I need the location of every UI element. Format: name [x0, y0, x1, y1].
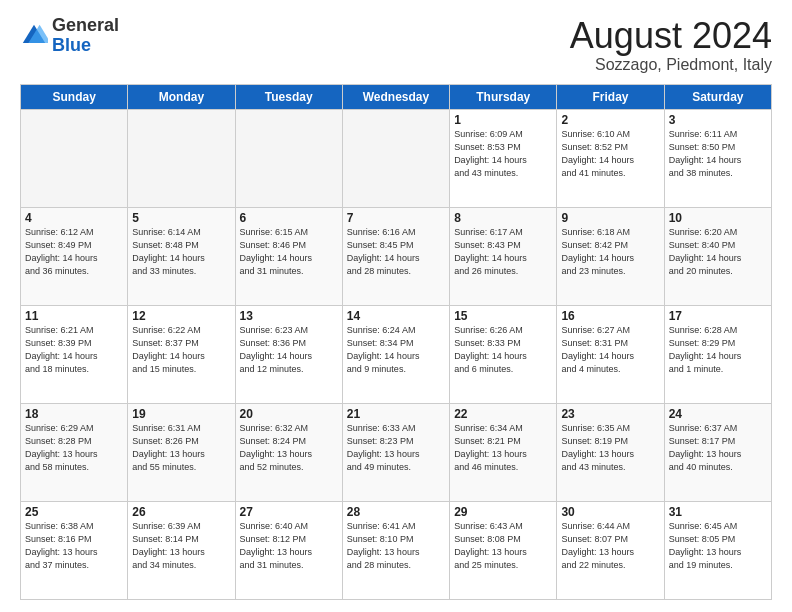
calendar-cell: 3Sunrise: 6:11 AM Sunset: 8:50 PM Daylig…: [664, 109, 771, 207]
calendar-cell: 4Sunrise: 6:12 AM Sunset: 8:49 PM Daylig…: [21, 207, 128, 305]
calendar-week-row: 18Sunrise: 6:29 AM Sunset: 8:28 PM Dayli…: [21, 403, 772, 501]
calendar-cell: 1Sunrise: 6:09 AM Sunset: 8:53 PM Daylig…: [450, 109, 557, 207]
calendar-cell: 19Sunrise: 6:31 AM Sunset: 8:26 PM Dayli…: [128, 403, 235, 501]
calendar-cell: 13Sunrise: 6:23 AM Sunset: 8:36 PM Dayli…: [235, 305, 342, 403]
day-info: Sunrise: 6:20 AM Sunset: 8:40 PM Dayligh…: [669, 226, 767, 278]
day-number: 20: [240, 407, 338, 421]
calendar-header-row: SundayMondayTuesdayWednesdayThursdayFrid…: [21, 84, 772, 109]
day-number: 6: [240, 211, 338, 225]
calendar-cell: 22Sunrise: 6:34 AM Sunset: 8:21 PM Dayli…: [450, 403, 557, 501]
day-info: Sunrise: 6:32 AM Sunset: 8:24 PM Dayligh…: [240, 422, 338, 474]
calendar-cell: 24Sunrise: 6:37 AM Sunset: 8:17 PM Dayli…: [664, 403, 771, 501]
calendar-day-header: Thursday: [450, 84, 557, 109]
calendar-cell: 9Sunrise: 6:18 AM Sunset: 8:42 PM Daylig…: [557, 207, 664, 305]
header: General Blue August 2024 Sozzago, Piedmo…: [20, 16, 772, 74]
day-info: Sunrise: 6:44 AM Sunset: 8:07 PM Dayligh…: [561, 520, 659, 572]
calendar-cell: 26Sunrise: 6:39 AM Sunset: 8:14 PM Dayli…: [128, 501, 235, 599]
calendar-cell: 25Sunrise: 6:38 AM Sunset: 8:16 PM Dayli…: [21, 501, 128, 599]
day-info: Sunrise: 6:39 AM Sunset: 8:14 PM Dayligh…: [132, 520, 230, 572]
day-info: Sunrise: 6:38 AM Sunset: 8:16 PM Dayligh…: [25, 520, 123, 572]
day-number: 1: [454, 113, 552, 127]
day-number: 29: [454, 505, 552, 519]
main-title: August 2024: [570, 16, 772, 56]
day-info: Sunrise: 6:41 AM Sunset: 8:10 PM Dayligh…: [347, 520, 445, 572]
day-number: 14: [347, 309, 445, 323]
day-info: Sunrise: 6:33 AM Sunset: 8:23 PM Dayligh…: [347, 422, 445, 474]
calendar-cell: [235, 109, 342, 207]
day-number: 19: [132, 407, 230, 421]
calendar-table: SundayMondayTuesdayWednesdayThursdayFrid…: [20, 84, 772, 600]
logo-blue-text: Blue: [52, 35, 91, 55]
calendar-day-header: Monday: [128, 84, 235, 109]
calendar-cell: 31Sunrise: 6:45 AM Sunset: 8:05 PM Dayli…: [664, 501, 771, 599]
day-number: 11: [25, 309, 123, 323]
day-info: Sunrise: 6:16 AM Sunset: 8:45 PM Dayligh…: [347, 226, 445, 278]
day-number: 31: [669, 505, 767, 519]
calendar-cell: 14Sunrise: 6:24 AM Sunset: 8:34 PM Dayli…: [342, 305, 449, 403]
calendar-cell: 20Sunrise: 6:32 AM Sunset: 8:24 PM Dayli…: [235, 403, 342, 501]
day-number: 3: [669, 113, 767, 127]
calendar-day-header: Saturday: [664, 84, 771, 109]
day-number: 10: [669, 211, 767, 225]
day-number: 25: [25, 505, 123, 519]
day-info: Sunrise: 6:45 AM Sunset: 8:05 PM Dayligh…: [669, 520, 767, 572]
day-info: Sunrise: 6:15 AM Sunset: 8:46 PM Dayligh…: [240, 226, 338, 278]
day-info: Sunrise: 6:26 AM Sunset: 8:33 PM Dayligh…: [454, 324, 552, 376]
calendar-week-row: 11Sunrise: 6:21 AM Sunset: 8:39 PM Dayli…: [21, 305, 772, 403]
day-info: Sunrise: 6:14 AM Sunset: 8:48 PM Dayligh…: [132, 226, 230, 278]
calendar-cell: 27Sunrise: 6:40 AM Sunset: 8:12 PM Dayli…: [235, 501, 342, 599]
logo-icon: [20, 22, 48, 50]
calendar-cell: 21Sunrise: 6:33 AM Sunset: 8:23 PM Dayli…: [342, 403, 449, 501]
day-info: Sunrise: 6:18 AM Sunset: 8:42 PM Dayligh…: [561, 226, 659, 278]
day-info: Sunrise: 6:21 AM Sunset: 8:39 PM Dayligh…: [25, 324, 123, 376]
day-info: Sunrise: 6:10 AM Sunset: 8:52 PM Dayligh…: [561, 128, 659, 180]
calendar-cell: 12Sunrise: 6:22 AM Sunset: 8:37 PM Dayli…: [128, 305, 235, 403]
title-section: August 2024 Sozzago, Piedmont, Italy: [570, 16, 772, 74]
calendar-cell: [342, 109, 449, 207]
day-info: Sunrise: 6:34 AM Sunset: 8:21 PM Dayligh…: [454, 422, 552, 474]
day-info: Sunrise: 6:22 AM Sunset: 8:37 PM Dayligh…: [132, 324, 230, 376]
day-number: 24: [669, 407, 767, 421]
day-number: 15: [454, 309, 552, 323]
day-info: Sunrise: 6:24 AM Sunset: 8:34 PM Dayligh…: [347, 324, 445, 376]
day-number: 30: [561, 505, 659, 519]
calendar-cell: 11Sunrise: 6:21 AM Sunset: 8:39 PM Dayli…: [21, 305, 128, 403]
calendar-cell: 23Sunrise: 6:35 AM Sunset: 8:19 PM Dayli…: [557, 403, 664, 501]
day-info: Sunrise: 6:43 AM Sunset: 8:08 PM Dayligh…: [454, 520, 552, 572]
logo-general-text: General: [52, 15, 119, 35]
day-number: 28: [347, 505, 445, 519]
logo: General Blue: [20, 16, 119, 56]
calendar-day-header: Wednesday: [342, 84, 449, 109]
day-info: Sunrise: 6:12 AM Sunset: 8:49 PM Dayligh…: [25, 226, 123, 278]
calendar-cell: 8Sunrise: 6:17 AM Sunset: 8:43 PM Daylig…: [450, 207, 557, 305]
calendar-cell: 10Sunrise: 6:20 AM Sunset: 8:40 PM Dayli…: [664, 207, 771, 305]
day-number: 21: [347, 407, 445, 421]
day-number: 5: [132, 211, 230, 225]
page: General Blue August 2024 Sozzago, Piedmo…: [0, 0, 792, 612]
calendar-cell: 6Sunrise: 6:15 AM Sunset: 8:46 PM Daylig…: [235, 207, 342, 305]
day-info: Sunrise: 6:27 AM Sunset: 8:31 PM Dayligh…: [561, 324, 659, 376]
day-number: 26: [132, 505, 230, 519]
calendar-day-header: Tuesday: [235, 84, 342, 109]
day-number: 2: [561, 113, 659, 127]
calendar-cell: 7Sunrise: 6:16 AM Sunset: 8:45 PM Daylig…: [342, 207, 449, 305]
calendar-day-header: Sunday: [21, 84, 128, 109]
calendar-cell: 2Sunrise: 6:10 AM Sunset: 8:52 PM Daylig…: [557, 109, 664, 207]
calendar-cell: 18Sunrise: 6:29 AM Sunset: 8:28 PM Dayli…: [21, 403, 128, 501]
day-info: Sunrise: 6:37 AM Sunset: 8:17 PM Dayligh…: [669, 422, 767, 474]
calendar-cell: [128, 109, 235, 207]
calendar-cell: 30Sunrise: 6:44 AM Sunset: 8:07 PM Dayli…: [557, 501, 664, 599]
day-info: Sunrise: 6:23 AM Sunset: 8:36 PM Dayligh…: [240, 324, 338, 376]
calendar-cell: 29Sunrise: 6:43 AM Sunset: 8:08 PM Dayli…: [450, 501, 557, 599]
day-number: 8: [454, 211, 552, 225]
calendar-week-row: 25Sunrise: 6:38 AM Sunset: 8:16 PM Dayli…: [21, 501, 772, 599]
day-info: Sunrise: 6:11 AM Sunset: 8:50 PM Dayligh…: [669, 128, 767, 180]
day-info: Sunrise: 6:17 AM Sunset: 8:43 PM Dayligh…: [454, 226, 552, 278]
calendar-cell: 15Sunrise: 6:26 AM Sunset: 8:33 PM Dayli…: [450, 305, 557, 403]
calendar-cell: 28Sunrise: 6:41 AM Sunset: 8:10 PM Dayli…: [342, 501, 449, 599]
calendar-cell: 5Sunrise: 6:14 AM Sunset: 8:48 PM Daylig…: [128, 207, 235, 305]
day-info: Sunrise: 6:29 AM Sunset: 8:28 PM Dayligh…: [25, 422, 123, 474]
day-number: 9: [561, 211, 659, 225]
day-info: Sunrise: 6:28 AM Sunset: 8:29 PM Dayligh…: [669, 324, 767, 376]
calendar-week-row: 1Sunrise: 6:09 AM Sunset: 8:53 PM Daylig…: [21, 109, 772, 207]
